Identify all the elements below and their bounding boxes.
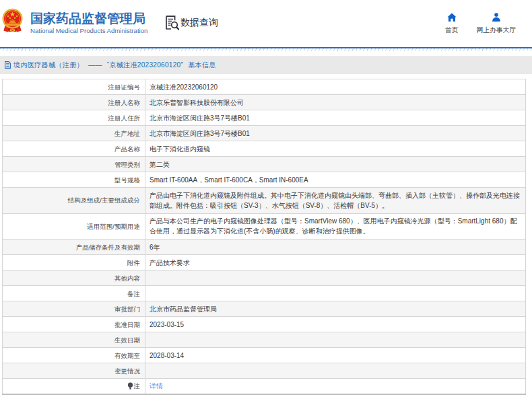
- row-value-text: 电子下消化道内窥镜: [149, 145, 210, 153]
- breadcrumb: 境内医疗器械（注册） —— “京械注准20232060120” 基本信息: [13, 61, 216, 70]
- table-row: 生产地址北京市海淀区闵庄路3号7号楼B01: [3, 126, 526, 141]
- nav-service-hall[interactable]: 网上办事大厅: [476, 13, 517, 35]
- registration-table-body: 注册证编号京械注准20232060120注册人名称北京乐普智影科技股份有限公司注…: [3, 79, 526, 394]
- table-row: 注册证编号京械注准20232060120: [3, 79, 526, 95]
- row-label: 审批部门: [3, 301, 145, 317]
- table-row: 审批部门北京市药品监督管理局: [3, 301, 526, 317]
- row-value-text: 北京市海淀区闵庄路3号7号楼B01: [149, 130, 250, 137]
- row-value: 2028-03-14: [145, 348, 526, 363]
- row-value: 2023-03-15: [145, 317, 526, 332]
- row-label: 注册人名称: [3, 95, 145, 110]
- row-value: 京械注准20232060120: [145, 79, 526, 95]
- row-label-text: 生产地址: [114, 130, 140, 137]
- row-value: 产品技术要求: [145, 255, 526, 270]
- row-value: 北京市药品监督管理局: [145, 301, 526, 317]
- row-label: 管理类别: [3, 157, 145, 172]
- row-value: 产品由电子下消化道内窥镜及附件组成。其中电子下消化道内窥镜由头端部、弯曲部、插入…: [145, 188, 526, 214]
- row-value: [145, 286, 526, 301]
- page: 国家药品监督管理局 National Medical Products Admi…: [0, 0, 532, 401]
- table-row: 适用范围/预期用途产品与本公司生产的电子内窥镜图像处理器（型号：SmartVie…: [3, 213, 526, 240]
- row-label: 生产地址: [3, 126, 145, 141]
- row-value: Smart IT-600AA，Smart IT-600CA，Smart IN-6…: [145, 172, 526, 188]
- table-row: 结构及组成/主要组成成分产品由电子下消化道内窥镜及附件组成。其中电子下消化道内窥…: [3, 188, 526, 214]
- row-label: 生效日期: [3, 332, 145, 348]
- row-label: 结构及组成/主要组成成分: [3, 188, 145, 214]
- table-row: 型号规格Smart IT-600AA，Smart IT-600CA，Smart …: [3, 172, 526, 188]
- row-value: 电子下消化道内窥镜: [145, 141, 526, 157]
- table-row: 附件产品技术要求: [3, 255, 526, 270]
- detail-link[interactable]: 详情: [149, 382, 163, 390]
- table-row: 备注: [3, 286, 526, 301]
- row-label: 批准日期: [3, 317, 145, 332]
- row-value: [145, 270, 526, 286]
- row-label: 注册人住所: [3, 110, 145, 126]
- registration-table-wrap: 注册证编号京械注准20232060120注册人名称北京乐普智影科技股份有限公司注…: [2, 79, 526, 395]
- home-icon: [447, 13, 457, 22]
- row-value: 产品与本公司生产的电子内窥镜图像处理器（型号：SmartView 680）、医用…: [145, 213, 526, 240]
- breadcrumb-bar: 境内医疗器械（注册） —— “京械注准20232060120” 基本信息: [0, 56, 532, 74]
- row-label: 产品储存条件及有效期: [3, 240, 145, 255]
- row-label-text: 注册人名称: [108, 99, 141, 106]
- nav-home[interactable]: 首页: [434, 13, 469, 35]
- row-value-text: 京械注准20232060120: [149, 83, 218, 91]
- user-icon: [492, 13, 501, 22]
- row-value: 北京市海淀区闵庄路3号7号楼B01: [145, 126, 526, 141]
- row-value-text: 产品技术要求: [149, 259, 190, 266]
- nav-service-hall-label: 网上办事大厅: [476, 26, 517, 35]
- header: 国家药品监督管理局 National Medical Products Admi…: [0, 0, 532, 48]
- row-label: 备注: [3, 286, 145, 301]
- table-row: 注册人住所北京市海淀区闵庄路3号7号楼B01: [3, 110, 526, 126]
- data-query-label: 数据查询: [180, 17, 218, 29]
- registration-table: 注册证编号京械注准20232060120注册人名称北京乐普智影科技股份有限公司注…: [2, 79, 526, 395]
- row-value-text: 2028-03-14: [149, 352, 184, 359]
- row-label: 产品名称: [3, 141, 145, 157]
- row-label-text: 审批部门: [114, 305, 140, 313]
- row-value-text: 2023-03-15: [149, 321, 184, 328]
- row-value-text: 北京市海淀区闵庄路3号7号楼B01: [149, 114, 250, 122]
- row-value: [145, 332, 526, 348]
- document-icon: [5, 61, 11, 69]
- table-row: 产品名称电子下消化道内窥镜: [3, 141, 526, 157]
- row-value: 北京乐普智影科技股份有限公司: [145, 95, 526, 110]
- hatch-strip: [0, 48, 532, 51]
- row-label: 型号规格: [3, 172, 145, 188]
- row-value-text: 6年: [149, 244, 160, 251]
- table-row: 有效期至2028-03-14: [3, 348, 526, 363]
- row-label: 注: [3, 379, 145, 394]
- row-label-text: 注册人住所: [108, 114, 141, 122]
- row-value: 北京市海淀区闵庄路3号7号楼B01: [145, 110, 526, 126]
- row-label: 注册证编号: [3, 79, 145, 95]
- row-label-text: 注: [134, 382, 141, 390]
- row-label-text: 管理类别: [114, 161, 140, 168]
- table-row: 注详情: [3, 379, 526, 394]
- row-label-text: 变更情况: [114, 367, 140, 375]
- row-value-text: 北京乐普智影科技股份有限公司: [149, 99, 244, 106]
- row-value: 6年: [145, 240, 526, 255]
- document-search-icon: [165, 15, 179, 30]
- table-row: 生效日期: [3, 332, 526, 348]
- site-subtitle: National Medical Products Administration: [30, 27, 147, 34]
- row-label-text: 批准日期: [114, 321, 140, 328]
- national-emblem-logo: [1, 7, 24, 34]
- row-label: 有效期至: [3, 348, 145, 363]
- row-value-text: 第二类: [149, 161, 170, 168]
- table-row: 批准日期2023-03-15: [3, 317, 526, 332]
- row-label: 适用范围/预期用途: [3, 213, 145, 240]
- row-label-text: 注册证编号: [108, 83, 141, 91]
- row-label-text: 结构及组成/主要组成成分: [68, 196, 140, 204]
- row-label-text: 附件: [127, 259, 140, 266]
- table-row: 变更情况: [3, 363, 526, 379]
- table-row: 注册人名称北京乐普智影科技股份有限公司: [3, 95, 526, 110]
- row-value-text: 产品与本公司生产的电子内窥镜图像处理器（型号：SmartView 680）、医用…: [149, 217, 517, 235]
- table-row: 其他内容: [3, 270, 526, 286]
- row-label: 附件: [3, 255, 145, 270]
- row-label-text: 产品储存条件及有效期: [76, 244, 140, 251]
- row-label-text: 有效期至: [114, 352, 140, 359]
- row-value: [145, 363, 526, 379]
- row-label-text: 产品名称: [114, 145, 140, 153]
- row-label-text: 型号规格: [114, 176, 140, 184]
- site-title: 国家药品监督管理局: [30, 10, 145, 28]
- row-value-text: 北京市药品监督管理局: [149, 305, 217, 313]
- row-label: 变更情况: [3, 363, 145, 379]
- row-value: 第二类: [145, 157, 526, 172]
